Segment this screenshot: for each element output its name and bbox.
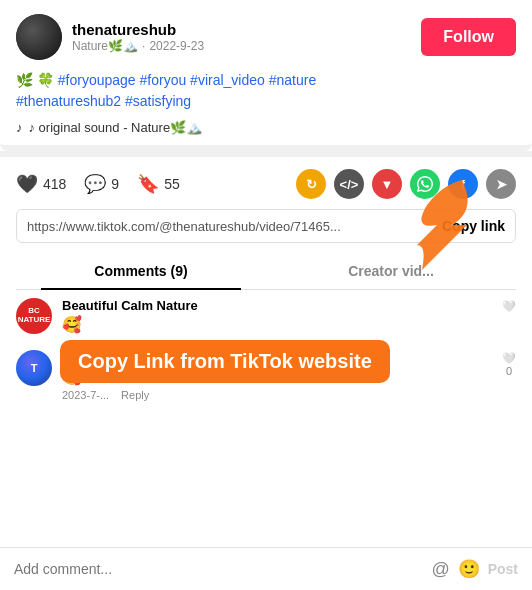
comment-input[interactable] xyxy=(14,561,423,577)
follow-button[interactable]: Follow xyxy=(421,18,516,56)
embed-icon[interactable]: </> xyxy=(334,169,364,199)
likes-action[interactable]: 🖤 418 xyxy=(16,173,66,195)
sound-text[interactable]: ♪ original sound - Nature🌿🏔️ xyxy=(29,120,203,135)
bookmarks-count: 55 xyxy=(164,176,180,192)
comment-input-row: @ 🙂 Post xyxy=(0,547,532,590)
hashtags: 🌿 🍀 #foryoupage #foryou #viral_video #na… xyxy=(16,70,516,112)
user-info: thenatureshub Nature🌿🏔️ · 2022-9-23 xyxy=(72,21,204,53)
username[interactable]: thenatureshub xyxy=(72,21,204,38)
comment-body-1: Beautiful Calm Nature 🥰 xyxy=(62,298,516,334)
meta-dot: · xyxy=(142,39,145,53)
url-text: https://www.tiktok.com/@thenatureshub/vi… xyxy=(27,219,434,234)
comments-count: 9 xyxy=(111,176,119,192)
avatar[interactable] xyxy=(16,14,62,60)
comment-avatar-bc[interactable]: BCNATURE xyxy=(16,298,52,334)
comment-meta-2: 2023-7-... Reply xyxy=(62,389,516,401)
overlay-banner: Copy Link from TikTok website xyxy=(60,340,390,383)
like-heart-icon-1: 🤍 xyxy=(502,300,516,313)
comment-like-2[interactable]: 🤍 0 xyxy=(502,352,516,377)
bookmark-icon: 🔖 xyxy=(137,173,159,195)
like-heart-icon-2: 🤍 xyxy=(502,352,516,365)
comments-action[interactable]: 💬 9 xyxy=(84,173,119,195)
likes-count: 418 xyxy=(43,176,66,192)
post-card: thenatureshub Nature🌿🏔️ · 2022-9-23 Foll… xyxy=(0,0,532,151)
comment-like-1[interactable]: 🤍 xyxy=(502,300,516,313)
user-category: Nature🌿🏔️ xyxy=(72,39,138,53)
user-meta: Nature🌿🏔️ · 2022-9-23 xyxy=(72,39,204,53)
tab-comments-label: Comments (9) xyxy=(94,263,187,279)
mention-icon[interactable]: @ xyxy=(431,559,449,580)
reply-link-2[interactable]: Reply xyxy=(121,389,149,401)
tab-comments[interactable]: Comments (9) xyxy=(16,253,266,289)
post-button[interactable]: Post xyxy=(488,561,518,577)
post-header: thenatureshub Nature🌿🏔️ · 2022-9-23 Foll… xyxy=(16,14,516,60)
comment-emoji-1: 🥰 xyxy=(62,315,516,334)
comment-avatar-tati[interactable]: T xyxy=(16,350,52,386)
like-count-2: 0 xyxy=(506,365,512,377)
share-forward-icon[interactable]: ➤ xyxy=(486,169,516,199)
hashtag-line1[interactable]: 🌿 🍀 #foryoupage #foryou #viral_video #na… xyxy=(16,72,316,88)
heart-icon: 🖤 xyxy=(16,173,38,195)
emoji-icon[interactable]: 🙂 xyxy=(458,558,480,580)
comment-item: BCNATURE Beautiful Calm Nature 🥰 🤍 xyxy=(16,290,516,342)
post-date: 2022-9-23 xyxy=(149,39,204,53)
sound-line: ♪ ♪ original sound - Nature🌿🏔️ xyxy=(16,120,516,135)
pointer-arrow xyxy=(392,170,482,284)
overlay-banner-text: Copy Link from TikTok website xyxy=(78,350,372,372)
music-note: ♪ xyxy=(16,120,23,135)
repost-icon[interactable]: ↻ xyxy=(296,169,326,199)
comment-icon: 💬 xyxy=(84,173,106,195)
hashtag-line2[interactable]: #thenatureshub2 #satisfying xyxy=(16,93,191,109)
bookmark-action[interactable]: 🔖 55 xyxy=(137,173,180,195)
comment-time-2: 2023-7-... xyxy=(62,389,109,401)
comment-username-1[interactable]: Beautiful Calm Nature xyxy=(62,298,516,313)
